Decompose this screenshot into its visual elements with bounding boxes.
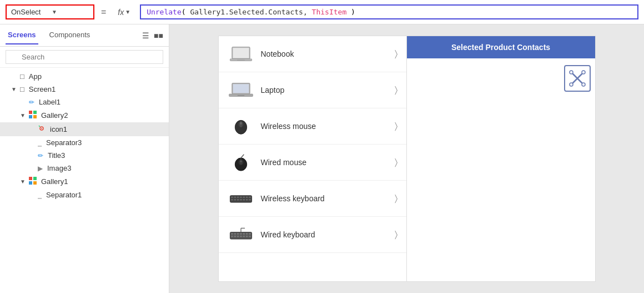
tree-item-title3[interactable]: ✏ Title3 [0,149,169,162]
gallery1-label: Gallery1 [41,177,164,186]
chevron-laptop: 〉 [395,85,398,95]
formula-gallery-ref: Gallery1 [190,8,225,16]
svg-rect-7 [29,177,32,180]
svg-point-66 [582,83,585,86]
svg-rect-45 [231,233,233,235]
separator3-icon: ⎯ [38,139,42,147]
app-icon: □ [20,72,24,81]
list-item[interactable]: Laptop 〉 [219,72,406,108]
svg-rect-58 [249,236,251,237]
tree-item-gallery2[interactable]: ▼ Gallery2 [0,108,169,122]
list-item[interactable]: Wireless keyboard 〉 [219,181,406,217]
expand-icon-title3 [29,152,36,158]
sidebar-tabs: Screens Components ☰ ■■ [0,24,169,47]
svg-rect-53 [234,236,236,237]
product-list: Notebook 〉 Laptop 〉 [218,36,407,282]
svg-line-25 [241,155,244,158]
expand-icon-screen1[interactable]: ▼ [11,86,18,92]
label1-label: Label1 [39,98,164,106]
screen-icon: □ [20,85,24,93]
formula-function: Unrelate [147,8,182,16]
product-name-notebook: Notebook [261,49,388,58]
product-image-laptop [228,80,254,100]
tab-components[interactable]: Components [47,26,93,44]
tab-screens[interactable]: Screens [6,26,38,44]
formula-paren-close: ) [346,8,355,16]
svg-rect-10 [33,181,37,185]
svg-rect-48 [240,233,242,235]
chevron-wired-mouse: 〉 [395,157,398,167]
expand-icon-sep1 [29,192,36,198]
list-view-icon[interactable]: ☰ [142,31,149,40]
formula-paren-open: ( [182,8,190,16]
gallery1-icon [29,177,37,186]
svg-rect-47 [237,233,239,235]
svg-rect-8 [33,177,37,180]
separator1-icon: ⎯ [38,191,42,199]
formula-bar: OnSelect ▼ = fx ▼ Unrelate( Gallery1.Sel… [0,0,644,24]
expand-icon-gallery2[interactable]: ▼ [20,112,27,118]
fx-button[interactable]: fx ▼ [113,5,135,19]
svg-point-65 [570,83,573,86]
product-name-wireless-mouse: Wireless mouse [261,122,388,131]
tree-item-screen1[interactable]: ▼ □ Screen1 [0,83,169,96]
main-area: Screens Components ☰ ■■ 🔍 □ App [0,24,644,293]
tree-item-separator3[interactable]: ⎯ Separator3 [0,136,169,149]
tree-item-gallery1[interactable]: ▼ Gallery1 [0,175,169,188]
grid-view-icon[interactable]: ■■ [154,31,163,40]
svg-rect-41 [243,199,245,201]
expand-icon-gallery1[interactable]: ▼ [20,178,27,185]
list-item[interactable]: Wired keyboard 〉 [219,217,406,253]
canvas-area: Notebook 〉 Laptop 〉 [169,24,644,293]
chevron-wireless-keyboard: 〉 [395,193,398,203]
app-canvas: Notebook 〉 Laptop 〉 [218,36,596,282]
list-item[interactable]: Wireless mouse 〉 [219,108,406,145]
product-image-notebook [228,44,254,64]
property-name: OnSelect [11,8,48,16]
property-dropdown[interactable]: OnSelect ▼ [6,4,94,19]
tree-item-image3[interactable]: ▶ Image3 [0,162,169,175]
product-image-wired-mouse [228,152,254,172]
formula-thisitem: ThisItem [312,8,347,16]
expand-icon-image3 [29,165,36,171]
search-input[interactable] [6,50,163,64]
screen1-label: Screen1 [29,85,164,93]
gallery2-icon [29,111,37,120]
tree-item-separator1[interactable]: ⎯ Separator1 [0,188,169,201]
svg-rect-18 [237,95,244,96]
unrelate-icon[interactable] [564,65,591,92]
sidebar-tab-icons: ☰ ■■ [142,31,163,40]
separator1-label: Separator1 [46,191,164,199]
title3-icon: ✏ [38,152,43,160]
product-name-wired-mouse: Wired mouse [261,158,388,167]
chevron-wired-keyboard: 〉 [395,230,398,240]
icon1-label: icon1 [50,125,164,133]
expand-icon-app [11,73,18,80]
separator3-label: Separator3 [46,138,164,147]
svg-rect-50 [245,233,248,235]
formula-input[interactable]: Unrelate( Gallery1.Selected.Contacts, Th… [140,4,638,19]
list-item[interactable]: Wired mouse 〉 [219,145,406,181]
svg-rect-30 [231,196,233,198]
svg-rect-32 [237,196,239,198]
svg-rect-31 [234,196,236,198]
tree-item-icon1[interactable]: icon1 [0,122,169,136]
tree-item-app[interactable]: □ App [0,70,169,83]
svg-rect-16 [233,84,248,93]
svg-line-6 [39,126,40,127]
contacts-body [407,58,595,281]
svg-rect-9 [29,181,32,185]
expand-icon-icon1 [29,126,36,132]
sidebar-search: 🔍 [0,47,169,68]
svg-rect-52 [231,236,233,237]
svg-rect-56 [243,236,245,237]
svg-point-63 [570,71,573,74]
product-name-wireless-keyboard: Wireless keyboard [261,194,388,203]
list-item[interactable]: Notebook 〉 [219,36,406,72]
svg-point-28 [240,160,242,162]
tree-item-label1[interactable]: ✏ Label1 [0,96,169,108]
svg-rect-1 [33,111,37,114]
svg-rect-40 [240,199,242,201]
chevron-down-icon: ▼ [52,9,89,15]
expand-icon-label1 [20,99,27,105]
